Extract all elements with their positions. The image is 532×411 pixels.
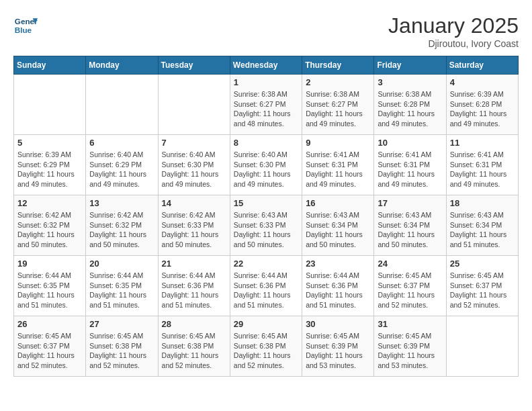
calendar-cell: 24Sunrise: 6:45 AM Sunset: 6:37 PM Dayli… [374, 256, 446, 316]
calendar-cell: 17Sunrise: 6:43 AM Sunset: 6:34 PM Dayli… [374, 195, 446, 256]
calendar-cell: 6Sunrise: 6:40 AM Sunset: 6:29 PM Daylig… [86, 135, 158, 195]
day-info: Sunrise: 6:43 AM Sunset: 6:34 PM Dayligh… [378, 210, 442, 250]
calendar-cell [86, 75, 158, 135]
calendar-cell [14, 75, 86, 135]
day-number: 19 [17, 259, 82, 269]
day-info: Sunrise: 6:40 AM Sunset: 6:30 PM Dayligh… [162, 150, 226, 189]
calendar-cell: 10Sunrise: 6:41 AM Sunset: 6:31 PM Dayli… [374, 135, 446, 195]
week-row-3: 19Sunrise: 6:44 AM Sunset: 6:35 PM Dayli… [14, 256, 519, 316]
day-number: 15 [234, 198, 298, 208]
calendar-cell: 2Sunrise: 6:38 AM Sunset: 6:27 PM Daylig… [302, 75, 374, 135]
day-number: 25 [450, 259, 515, 269]
day-number: 10 [378, 138, 442, 148]
day-number: 5 [17, 138, 82, 148]
calendar-cell: 25Sunrise: 6:45 AM Sunset: 6:37 PM Dayli… [446, 256, 518, 316]
day-info: Sunrise: 6:43 AM Sunset: 6:34 PM Dayligh… [450, 210, 515, 250]
calendar-cell: 11Sunrise: 6:41 AM Sunset: 6:31 PM Dayli… [446, 135, 518, 195]
calendar-cell: 13Sunrise: 6:42 AM Sunset: 6:32 PM Dayli… [86, 195, 158, 256]
day-number: 6 [89, 138, 154, 148]
day-number: 1 [234, 77, 298, 87]
title-block: January 2025 Djiroutou, Ivory Coast [388, 13, 519, 49]
calendar-cell: 16Sunrise: 6:43 AM Sunset: 6:34 PM Dayli… [302, 195, 374, 256]
calendar-cell: 12Sunrise: 6:42 AM Sunset: 6:32 PM Dayli… [14, 195, 86, 256]
day-number: 11 [450, 138, 515, 148]
day-info: Sunrise: 6:39 AM Sunset: 6:28 PM Dayligh… [450, 89, 515, 129]
logo-icon: General Blue [13, 13, 38, 38]
day-info: Sunrise: 6:42 AM Sunset: 6:32 PM Dayligh… [17, 210, 82, 250]
calendar-cell: 21Sunrise: 6:44 AM Sunset: 6:36 PM Dayli… [158, 256, 230, 316]
location-subtitle: Djiroutou, Ivory Coast [388, 38, 519, 49]
day-info: Sunrise: 6:45 AM Sunset: 6:39 PM Dayligh… [306, 331, 370, 371]
calendar-cell: 18Sunrise: 6:43 AM Sunset: 6:34 PM Dayli… [446, 195, 518, 256]
logo: General Blue [13, 13, 38, 38]
day-info: Sunrise: 6:45 AM Sunset: 6:38 PM Dayligh… [89, 331, 154, 371]
day-number: 20 [89, 259, 154, 269]
day-number: 14 [162, 198, 226, 208]
day-number: 23 [306, 259, 370, 269]
day-number: 9 [306, 138, 370, 148]
day-info: Sunrise: 6:41 AM Sunset: 6:31 PM Dayligh… [450, 150, 515, 189]
day-number: 24 [378, 259, 442, 269]
calendar-body: 1Sunrise: 6:38 AM Sunset: 6:27 PM Daylig… [14, 75, 519, 377]
calendar-cell: 26Sunrise: 6:45 AM Sunset: 6:37 PM Dayli… [14, 316, 86, 377]
calendar-cell: 3Sunrise: 6:38 AM Sunset: 6:28 PM Daylig… [374, 75, 446, 135]
day-number: 22 [234, 259, 298, 269]
day-number: 29 [234, 319, 298, 329]
day-info: Sunrise: 6:45 AM Sunset: 6:38 PM Dayligh… [162, 331, 226, 371]
calendar-cell: 23Sunrise: 6:44 AM Sunset: 6:36 PM Dayli… [302, 256, 374, 316]
calendar-cell: 9Sunrise: 6:41 AM Sunset: 6:31 PM Daylig… [302, 135, 374, 195]
day-number: 31 [378, 319, 442, 329]
day-number: 30 [306, 319, 370, 329]
calendar-cell: 29Sunrise: 6:45 AM Sunset: 6:38 PM Dayli… [230, 316, 302, 377]
day-number: 3 [378, 77, 442, 87]
day-info: Sunrise: 6:44 AM Sunset: 6:36 PM Dayligh… [234, 271, 298, 310]
weekday-header-thursday: Thursday [302, 56, 374, 75]
weekday-header-friday: Friday [374, 56, 446, 75]
day-info: Sunrise: 6:45 AM Sunset: 6:38 PM Dayligh… [234, 331, 298, 371]
day-info: Sunrise: 6:39 AM Sunset: 6:29 PM Dayligh… [17, 150, 82, 189]
calendar-cell: 22Sunrise: 6:44 AM Sunset: 6:36 PM Dayli… [230, 256, 302, 316]
day-info: Sunrise: 6:43 AM Sunset: 6:33 PM Dayligh… [234, 210, 298, 250]
calendar-cell: 1Sunrise: 6:38 AM Sunset: 6:27 PM Daylig… [230, 75, 302, 135]
day-number: 21 [162, 259, 226, 269]
day-number: 7 [162, 138, 226, 148]
week-row-2: 12Sunrise: 6:42 AM Sunset: 6:32 PM Dayli… [14, 195, 519, 256]
weekday-header-sunday: Sunday [14, 56, 86, 75]
calendar-cell: 27Sunrise: 6:45 AM Sunset: 6:38 PM Dayli… [86, 316, 158, 377]
day-number: 4 [450, 77, 515, 87]
day-number: 27 [89, 319, 154, 329]
day-info: Sunrise: 6:44 AM Sunset: 6:36 PM Dayligh… [306, 271, 370, 310]
day-number: 12 [17, 198, 82, 208]
calendar-cell: 7Sunrise: 6:40 AM Sunset: 6:30 PM Daylig… [158, 135, 230, 195]
calendar-cell: 28Sunrise: 6:45 AM Sunset: 6:38 PM Dayli… [158, 316, 230, 377]
calendar-cell [158, 75, 230, 135]
day-number: 18 [450, 198, 515, 208]
calendar-cell [446, 316, 518, 377]
day-number: 2 [306, 77, 370, 87]
week-row-4: 26Sunrise: 6:45 AM Sunset: 6:37 PM Dayli… [14, 316, 519, 377]
calendar-cell: 5Sunrise: 6:39 AM Sunset: 6:29 PM Daylig… [14, 135, 86, 195]
day-info: Sunrise: 6:40 AM Sunset: 6:30 PM Dayligh… [234, 150, 298, 189]
day-info: Sunrise: 6:41 AM Sunset: 6:31 PM Dayligh… [306, 150, 370, 189]
day-number: 17 [378, 198, 442, 208]
day-info: Sunrise: 6:38 AM Sunset: 6:27 PM Dayligh… [306, 89, 370, 129]
day-number: 16 [306, 198, 370, 208]
day-info: Sunrise: 6:45 AM Sunset: 6:39 PM Dayligh… [378, 331, 442, 371]
day-number: 26 [17, 319, 82, 329]
weekday-header-wednesday: Wednesday [230, 56, 302, 75]
day-info: Sunrise: 6:42 AM Sunset: 6:32 PM Dayligh… [89, 210, 154, 250]
day-info: Sunrise: 6:38 AM Sunset: 6:28 PM Dayligh… [378, 89, 442, 129]
weekday-header-saturday: Saturday [446, 56, 518, 75]
calendar-cell: 30Sunrise: 6:45 AM Sunset: 6:39 PM Dayli… [302, 316, 374, 377]
weekday-header-row: SundayMondayTuesdayWednesdayThursdayFrid… [14, 56, 519, 75]
calendar-cell: 19Sunrise: 6:44 AM Sunset: 6:35 PM Dayli… [14, 256, 86, 316]
calendar-cell: 8Sunrise: 6:40 AM Sunset: 6:30 PM Daylig… [230, 135, 302, 195]
day-info: Sunrise: 6:44 AM Sunset: 6:35 PM Dayligh… [89, 271, 154, 310]
weekday-header-tuesday: Tuesday [158, 56, 230, 75]
calendar-cell: 20Sunrise: 6:44 AM Sunset: 6:35 PM Dayli… [86, 256, 158, 316]
day-number: 13 [89, 198, 154, 208]
day-info: Sunrise: 6:44 AM Sunset: 6:35 PM Dayligh… [17, 271, 82, 310]
day-number: 8 [234, 138, 298, 148]
day-info: Sunrise: 6:45 AM Sunset: 6:37 PM Dayligh… [378, 271, 442, 310]
month-title: January 2025 [388, 13, 519, 38]
